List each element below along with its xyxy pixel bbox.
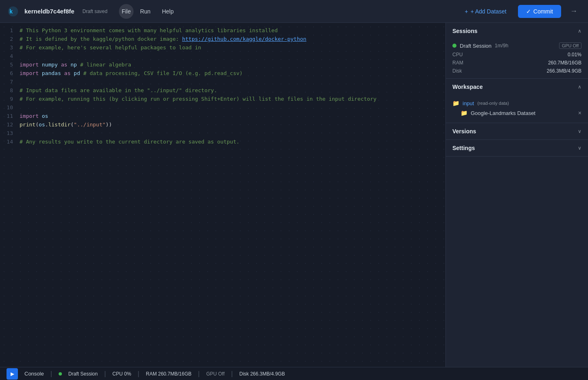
line-num: 8 xyxy=(3,86,13,95)
status-separator-3: | xyxy=(138,370,139,378)
line-num: 6 xyxy=(3,69,13,77)
draft-saved-status: Draft saved xyxy=(83,9,108,14)
run-button[interactable]: ▶ xyxy=(7,368,18,380)
console-label: Console xyxy=(24,371,44,377)
workspace-content: 📁 input (read-only data) 📁 Google-Landma… xyxy=(446,95,588,123)
code-line-2: # It is defined by the kaggle/python doc… xyxy=(20,35,442,43)
arrow-right-icon: → xyxy=(570,7,577,15)
code-line-5: import numpy as np # linear algebra xyxy=(20,60,442,69)
status-bar: ▶ Console | Draft Session | CPU 0% | RAM… xyxy=(0,367,588,380)
nav-run[interactable]: Run xyxy=(135,4,156,19)
sessions-chevron-up-icon: ∧ xyxy=(578,28,581,34)
nav-menu: File Run Help xyxy=(119,4,178,19)
sessions-header[interactable]: Sessions ∧ xyxy=(446,23,588,39)
line-num: 9 xyxy=(3,95,13,103)
main-content: 1 2 3 4 5 6 7 8 9 10 11 12 13 14 # This … xyxy=(0,23,588,367)
disk-value: 266.3MB/4.9GB xyxy=(547,68,581,74)
disk-resource-row: Disk 266.3MB/4.9GB xyxy=(446,67,588,75)
status-separator-2: | xyxy=(104,370,106,378)
dataset-name: Google-Landmarks Dataset xyxy=(471,110,535,116)
line-num: 2 xyxy=(3,35,13,43)
line-num: 12 xyxy=(3,120,13,129)
play-icon: ▶ xyxy=(11,371,14,377)
versions-title: Versions xyxy=(452,128,476,135)
workspace-title: Workspace xyxy=(452,84,483,90)
versions-header[interactable]: Versions ∨ xyxy=(446,123,588,139)
editor-area[interactable]: 1 2 3 4 5 6 7 8 9 10 11 12 13 14 # This … xyxy=(0,23,445,367)
code-line-9: # For example, running this (by clicking… xyxy=(20,95,442,103)
code-line-8: # Input data files are available in the … xyxy=(20,86,442,95)
ram-label: RAM xyxy=(452,60,473,66)
svg-text:k: k xyxy=(9,8,13,15)
line-num: 4 xyxy=(3,52,13,60)
cpu-value: 0.01% xyxy=(568,52,581,57)
workspace-dataset-item[interactable]: 📁 Google-Landmarks Dataset × xyxy=(446,108,588,118)
line-num: 14 xyxy=(3,137,13,146)
line-num: 13 xyxy=(3,129,13,137)
gpu-status-badge: GPU Off xyxy=(559,42,581,49)
versions-section: Versions ∨ xyxy=(446,123,588,140)
status-separator-5: | xyxy=(231,370,233,378)
status-cpu: CPU 0% xyxy=(112,371,131,377)
session-left: Draft Session 1m/9h xyxy=(452,43,508,49)
nav-file[interactable]: File xyxy=(119,4,134,19)
line-num: 10 xyxy=(3,103,13,112)
kernel-name: kerneldb7c4ef8fe xyxy=(24,8,75,15)
session-time: 1m/9h xyxy=(495,43,508,49)
add-dataset-button[interactable]: + + Add Dataset xyxy=(458,5,513,18)
plus-icon: + xyxy=(465,8,468,15)
input-label: input xyxy=(463,100,474,106)
disk-label: Disk xyxy=(452,68,473,74)
nav-help[interactable]: Help xyxy=(157,4,179,19)
exit-button[interactable]: → xyxy=(566,4,581,18)
line-num: 7 xyxy=(3,77,13,86)
ram-value: 260.7MB/16GB xyxy=(548,60,581,66)
ram-resource-row: RAM 260.7MB/16GB xyxy=(446,59,588,67)
session-active-dot xyxy=(452,44,456,48)
line-num: 3 xyxy=(3,43,13,52)
status-separator-1: | xyxy=(50,370,52,378)
code-line-11: import os xyxy=(20,112,442,120)
session-status-dot xyxy=(59,372,62,376)
code-content[interactable]: # This Python 3 environment comes with m… xyxy=(16,26,445,146)
dataset-close-icon[interactable]: × xyxy=(578,110,581,116)
cpu-resource-row: CPU 0.01% xyxy=(446,51,588,59)
settings-header[interactable]: Settings ∨ xyxy=(446,140,588,156)
status-separator-4: | xyxy=(198,370,200,378)
session-name: Draft Session xyxy=(460,43,491,49)
workspace-input-item[interactable]: 📁 input (read-only data) xyxy=(446,98,588,108)
code-line-3: # For example, here's several helpful pa… xyxy=(20,43,442,52)
code-line-10 xyxy=(20,103,442,112)
line-num: 11 xyxy=(3,112,13,120)
status-session-label: Draft Session xyxy=(68,371,98,377)
settings-title: Settings xyxy=(452,145,475,151)
sidebar: Sessions ∧ Draft Session 1m/9h GPU Off C… xyxy=(445,23,588,367)
header: k kerneldb7c4ef8fe Draft saved File Run … xyxy=(0,0,588,23)
header-right: + + Add Dataset ✓ Commit → xyxy=(458,4,581,18)
kaggle-logo: k xyxy=(7,5,20,18)
code-line-4 xyxy=(20,52,442,60)
sessions-title: Sessions xyxy=(452,28,477,34)
versions-chevron-down-icon: ∨ xyxy=(578,128,581,134)
settings-chevron-down-icon: ∨ xyxy=(578,145,581,151)
code-line-1: # This Python 3 environment comes with m… xyxy=(20,26,442,35)
status-gpu: GPU Off xyxy=(206,371,224,377)
input-readonly-badge: (read-only data) xyxy=(477,101,509,106)
checkmark-icon: ✓ xyxy=(526,8,531,15)
status-ram: RAM 260.7MB/16GB xyxy=(146,371,191,377)
subfolder-icon: 📁 xyxy=(461,110,467,116)
folder-icon: 📁 xyxy=(452,100,459,106)
code-line-7 xyxy=(20,77,442,86)
line-num: 5 xyxy=(3,60,13,69)
cpu-label: CPU xyxy=(452,52,473,57)
commit-label: Commit xyxy=(533,8,553,15)
session-row: Draft Session 1m/9h GPU Off xyxy=(446,39,588,51)
line-numbers: 1 2 3 4 5 6 7 8 9 10 11 12 13 14 xyxy=(0,26,16,146)
code-line-13 xyxy=(20,129,442,137)
commit-button[interactable]: ✓ Commit xyxy=(518,5,561,18)
code-line-14: # Any results you write to the current d… xyxy=(20,137,442,146)
settings-section: Settings ∨ xyxy=(446,140,588,157)
sessions-section: Sessions ∧ Draft Session 1m/9h GPU Off C… xyxy=(446,23,588,79)
workspace-header[interactable]: Workspace ∧ xyxy=(446,79,588,95)
code-line-6: import pandas as pd # data processing, C… xyxy=(20,69,442,77)
